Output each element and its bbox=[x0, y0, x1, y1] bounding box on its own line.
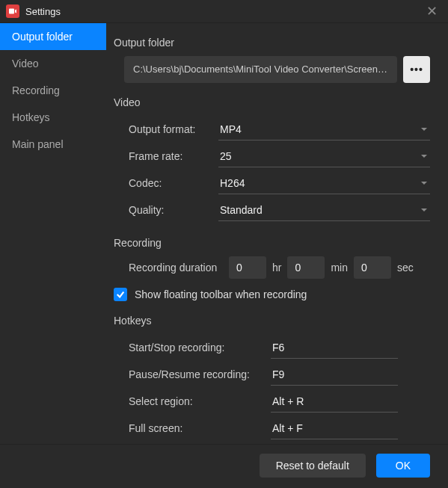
recording-duration-label: Recording duration bbox=[129, 262, 218, 274]
duration-min-input[interactable] bbox=[287, 256, 325, 279]
section-title-output-folder: Output folder bbox=[114, 37, 430, 49]
section-title-recording: Recording bbox=[114, 237, 430, 249]
check-icon bbox=[116, 290, 125, 299]
frame-rate-select[interactable]: 25 bbox=[218, 146, 430, 167]
show-toolbar-label: Show floating toolbar when recording bbox=[135, 288, 307, 300]
start-stop-label: Start/Stop recording: bbox=[129, 342, 271, 353]
select-region-label: Select region: bbox=[129, 395, 271, 407]
full-screen-label: Full screen: bbox=[129, 422, 271, 434]
ellipsis-icon: ••• bbox=[410, 64, 423, 75]
quality-select[interactable]: Standard bbox=[218, 200, 430, 221]
titlebar: Settings ✕ bbox=[0, 0, 448, 23]
codec-value: H264 bbox=[220, 177, 245, 189]
recording-duration-row: Recording duration hr min sec bbox=[129, 256, 430, 279]
pause-resume-label: Pause/Resume recording: bbox=[129, 368, 271, 380]
codec-select[interactable]: H264 bbox=[218, 173, 430, 194]
footer: Reset to default OK bbox=[0, 444, 448, 488]
chevron-down-icon bbox=[421, 182, 427, 185]
output-format-select[interactable]: MP4 bbox=[218, 119, 430, 140]
quality-label: Quality: bbox=[129, 204, 218, 216]
start-stop-value[interactable]: F6 bbox=[271, 337, 398, 359]
sidebar-item-main-panel[interactable]: Main panel bbox=[0, 131, 106, 158]
duration-hr-input[interactable] bbox=[229, 256, 266, 279]
sec-unit: sec bbox=[397, 262, 414, 274]
body: Output folder Video Recording Hotkeys Ma… bbox=[0, 23, 448, 444]
quality-value: Standard bbox=[220, 204, 263, 216]
settings-window: Settings ✕ Output folder Video Recording… bbox=[0, 0, 448, 488]
close-icon[interactable]: ✕ bbox=[422, 4, 442, 18]
reset-button[interactable]: Reset to default bbox=[260, 454, 366, 478]
output-folder-row: C:\Users\bj\Documents\MiniTool Video Con… bbox=[124, 56, 430, 83]
codec-label: Codec: bbox=[129, 177, 218, 189]
sidebar-item-video[interactable]: Video bbox=[0, 50, 106, 77]
hr-unit: hr bbox=[272, 262, 281, 274]
select-region-value[interactable]: Alt + R bbox=[271, 391, 398, 413]
content-pane: Output folder C:\Users\bj\Documents\Mini… bbox=[106, 23, 448, 444]
sidebar: Output folder Video Recording Hotkeys Ma… bbox=[0, 23, 106, 444]
show-toolbar-checkbox[interactable] bbox=[114, 288, 127, 301]
frame-rate-label: Frame rate: bbox=[129, 150, 218, 162]
output-format-value: MP4 bbox=[220, 123, 242, 135]
frame-rate-value: 25 bbox=[220, 150, 232, 162]
chevron-down-icon bbox=[421, 128, 427, 131]
sidebar-item-recording[interactable]: Recording bbox=[0, 77, 106, 104]
app-icon bbox=[6, 4, 19, 18]
duration-sec-input[interactable] bbox=[354, 256, 391, 279]
chevron-down-icon bbox=[421, 209, 427, 211]
window-title: Settings bbox=[25, 6, 422, 17]
show-toolbar-row: Show floating toolbar when recording bbox=[114, 288, 430, 301]
output-format-label: Output format: bbox=[129, 123, 218, 135]
full-screen-value[interactable]: Alt + F bbox=[271, 418, 398, 439]
browse-button[interactable]: ••• bbox=[403, 56, 430, 83]
sidebar-item-hotkeys[interactable]: Hotkeys bbox=[0, 104, 106, 131]
min-unit: min bbox=[331, 262, 348, 274]
section-title-hotkeys: Hotkeys bbox=[114, 315, 430, 327]
sidebar-item-output-folder[interactable]: Output folder bbox=[0, 23, 106, 50]
chevron-down-icon bbox=[421, 155, 427, 158]
section-title-video: Video bbox=[114, 96, 430, 108]
output-folder-path[interactable]: C:\Users\bj\Documents\MiniTool Video Con… bbox=[124, 56, 397, 83]
pause-resume-value[interactable]: F9 bbox=[271, 364, 398, 386]
ok-button[interactable]: OK bbox=[376, 454, 430, 478]
